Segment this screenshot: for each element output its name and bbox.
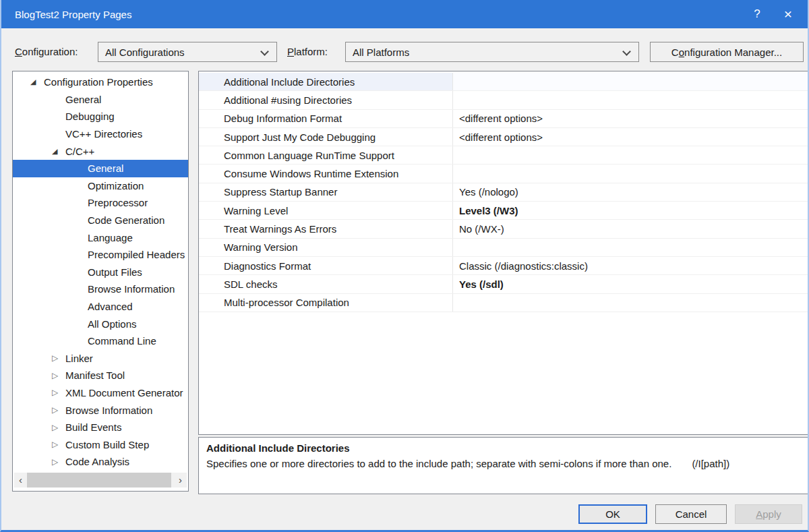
tree-item-vc-directories[interactable]: VC++ Directories — [13, 125, 188, 143]
property-name[interactable]: Common Language RunTime Support — [199, 146, 453, 164]
property-row[interactable]: Additional Include Directories — [199, 73, 808, 91]
tree-item-command-line[interactable]: Command Line — [13, 332, 188, 350]
tree-item-code-generation[interactable]: Code Generation — [13, 212, 188, 229]
tree-item-all-options[interactable]: All Options — [13, 315, 188, 332]
property-row[interactable]: Consume Windows Runtime Extension — [199, 165, 808, 183]
property-value[interactable] — [453, 294, 808, 312]
scroll-right-icon[interactable]: › — [174, 473, 187, 487]
help-icon[interactable]: ? — [742, 0, 773, 28]
property-row[interactable]: SDL checksYes (/sdl) — [199, 275, 808, 293]
cancel-button[interactable]: Cancel — [655, 504, 727, 524]
tree-item-general[interactable]: General — [13, 91, 188, 109]
property-name[interactable]: Additional Include Directories — [199, 73, 453, 90]
tree-collapsed-icon[interactable]: ▷ — [52, 353, 65, 363]
ok-button[interactable]: OK — [578, 504, 647, 524]
tree-item-browse-information[interactable]: Browse Information — [13, 280, 188, 298]
property-name[interactable]: Suppress Startup Banner — [199, 183, 453, 201]
property-name[interactable]: SDL checks — [199, 275, 453, 293]
property-value[interactable]: <different options> — [453, 110, 808, 127]
platform-dropdown[interactable]: All Platforms — [345, 42, 639, 62]
tree-item-linker[interactable]: ▷Linker — [13, 350, 188, 367]
configuration-dropdown[interactable]: All Configurations — [98, 42, 277, 62]
tree-item-debugging[interactable]: Debugging — [13, 108, 188, 125]
property-value[interactable]: Yes (/sdl) — [453, 275, 808, 293]
close-icon[interactable]: × — [773, 0, 804, 28]
tree-item-label: Manifest Tool — [65, 370, 125, 381]
property-name[interactable]: Consume Windows Runtime Extension — [199, 165, 453, 182]
property-pages-dialog: BlogTest2 Property Pages ? × Configurati… — [0, 0, 809, 532]
scrollbar-thumb[interactable] — [27, 473, 171, 487]
property-row[interactable]: Support Just My Code Debugging<different… — [199, 128, 808, 146]
tree-horizontal-scrollbar[interactable]: ‹ › — [14, 473, 187, 487]
tree-collapsed-icon[interactable]: ▷ — [52, 405, 65, 415]
property-value[interactable] — [453, 73, 808, 90]
tree-item-label: Advanced — [88, 301, 133, 312]
property-value[interactable] — [453, 146, 808, 164]
tree-item-configuration-properties[interactable]: ◢Configuration Properties — [13, 73, 188, 91]
tree-item-label: Code Generation — [88, 214, 164, 226]
property-grid: Additional Include DirectoriesAdditional… — [199, 71, 808, 312]
property-name[interactable]: Multi-processor Compilation — [199, 294, 453, 312]
property-name[interactable]: Debug Information Format — [199, 110, 453, 127]
description-body: Specifies one or more directories to add… — [206, 458, 800, 469]
tree-item-preprocessor[interactable]: Preprocessor — [13, 194, 188, 212]
property-row[interactable]: Treat Warnings As ErrorsNo (/WX-) — [199, 220, 808, 238]
tree-item-label: C/C++ — [65, 146, 94, 157]
tree-expanded-icon[interactable]: ◢ — [30, 78, 44, 86]
chevron-down-icon — [260, 47, 269, 56]
tree-item-label: Build Events — [65, 421, 121, 433]
description-title: Additional Include Directories — [206, 442, 800, 454]
property-row[interactable]: Warning Version — [199, 239, 808, 257]
tree-collapsed-icon[interactable]: ▷ — [52, 423, 65, 432]
property-row[interactable]: Suppress Startup BannerYes (/nologo) — [199, 183, 808, 202]
tree-item-custom-build-step[interactable]: ▷Custom Build Step — [13, 436, 188, 453]
platform-dropdown-value: All Platforms — [353, 47, 409, 58]
property-name[interactable]: Warning Version — [199, 239, 453, 256]
property-row[interactable]: Debug Information Format<different optio… — [199, 110, 808, 128]
tree-item-build-events[interactable]: ▷Build Events — [13, 419, 188, 436]
tree-item-precompiled-headers[interactable]: Precompiled Headers — [13, 246, 188, 264]
property-row[interactable]: Warning LevelLevel3 (/W3) — [199, 202, 808, 220]
tree-item-advanced[interactable]: Advanced — [13, 298, 188, 316]
property-name[interactable]: Support Just My Code Debugging — [199, 128, 453, 146]
property-value[interactable] — [453, 165, 808, 182]
property-value[interactable]: <different options> — [453, 128, 808, 146]
property-name[interactable]: Additional #using Directories — [199, 91, 453, 109]
property-grid-panel: Additional Include DirectoriesAdditional… — [198, 71, 808, 435]
tree-collapsed-icon[interactable]: ▷ — [52, 457, 65, 467]
tree-item-xml-document-generator[interactable]: ▷XML Document Generator — [13, 384, 188, 402]
property-row[interactable]: Diagnostics FormatClassic (/diagnostics:… — [199, 257, 808, 275]
property-name[interactable]: Warning Level — [199, 202, 453, 219]
tree-item-code-analysis[interactable]: ▷Code Analysis — [13, 453, 188, 471]
description-panel: Additional Include Directories Specifies… — [198, 437, 808, 494]
configuration-manager-button[interactable]: Configuration Manager... — [650, 42, 804, 62]
property-value[interactable] — [453, 239, 808, 256]
property-value[interactable]: Level3 (/W3) — [453, 202, 808, 219]
property-row[interactable]: Multi-processor Compilation — [199, 294, 808, 312]
property-name[interactable]: Diagnostics Format — [199, 257, 453, 274]
tree-item-label: General — [65, 94, 101, 105]
configuration-tree: ◢Configuration PropertiesGeneralDebuggin… — [13, 73, 188, 471]
tree-collapsed-icon[interactable]: ▷ — [52, 440, 65, 449]
property-value[interactable]: Yes (/nologo) — [453, 183, 808, 201]
tree-item-c-c-[interactable]: ◢C/C++ — [13, 142, 188, 160]
property-row[interactable]: Common Language RunTime Support — [199, 146, 808, 165]
tree-collapsed-icon[interactable]: ▷ — [52, 371, 65, 380]
tree-item-language[interactable]: Language — [13, 229, 188, 246]
tree-collapsed-icon[interactable]: ▷ — [52, 388, 65, 397]
tree-expanded-icon[interactable]: ◢ — [52, 147, 65, 156]
tree-item-manifest-tool[interactable]: ▷Manifest Tool — [13, 367, 188, 384]
tree-item-label: Browse Information — [88, 283, 175, 295]
property-value[interactable]: Classic (/diagnostics:classic) — [453, 257, 808, 274]
apply-button[interactable]: Apply — [735, 504, 802, 524]
tree-item-optimization[interactable]: Optimization — [13, 177, 188, 195]
scroll-left-icon[interactable]: ‹ — [14, 473, 27, 487]
titlebar: BlogTest2 Property Pages ? × — [0, 0, 809, 28]
property-value[interactable]: No (/WX-) — [453, 220, 808, 237]
property-row[interactable]: Additional #using Directories — [199, 91, 808, 109]
tree-item-general[interactable]: General — [13, 160, 188, 177]
tree-item-browse-information[interactable]: ▷Browse Information — [13, 401, 188, 419]
tree-item-output-files[interactable]: Output Files — [13, 264, 188, 281]
property-name[interactable]: Treat Warnings As Errors — [199, 220, 453, 237]
property-value[interactable] — [453, 91, 808, 109]
